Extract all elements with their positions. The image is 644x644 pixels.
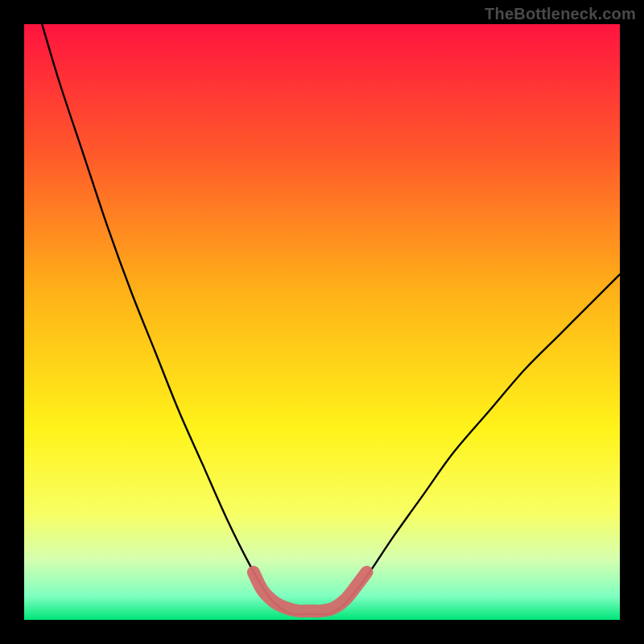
chart-frame: TheBottleneck.com	[0, 0, 644, 644]
svg-rect-0	[24, 24, 620, 620]
plot-area	[24, 24, 620, 620]
chart-svg	[24, 24, 620, 620]
watermark-text: TheBottleneck.com	[485, 5, 636, 23]
